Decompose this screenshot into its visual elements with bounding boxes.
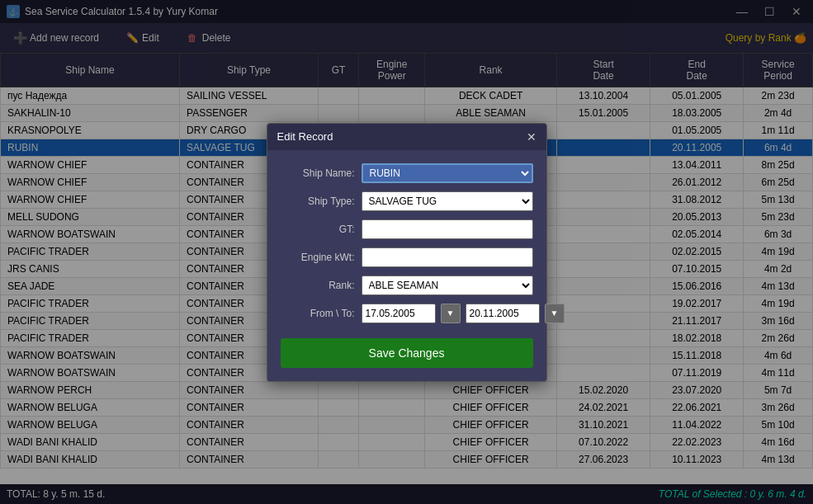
rank-row: Rank: ABLE SEAMAN DECK CADET CHIEF OFFIC… xyxy=(281,276,533,295)
ship-name-row: Ship Name: RUBIN xyxy=(281,163,533,183)
modal-overlay[interactable]: Edit Record ✕ Ship Name: RUBIN Ship Type… xyxy=(0,0,813,504)
rank-select[interactable]: ABLE SEAMAN DECK CADET CHIEF OFFICER CAP… xyxy=(362,276,533,295)
ship-type-label: Ship Type: xyxy=(281,195,355,207)
gt-input[interactable] xyxy=(362,219,533,239)
date-inputs: ▼ ▼ xyxy=(362,304,565,323)
modal-body: Ship Name: RUBIN Ship Type: SALVAGE TUG … xyxy=(267,150,546,381)
ship-name-input[interactable]: RUBIN xyxy=(362,163,533,183)
from-to-label: From \ To: xyxy=(281,308,355,319)
edit-record-modal: Edit Record ✕ Ship Name: RUBIN Ship Type… xyxy=(267,123,547,382)
engine-kwt-input[interactable] xyxy=(362,247,533,267)
to-date-picker-button[interactable]: ▼ xyxy=(545,304,565,323)
to-date-input[interactable] xyxy=(466,304,540,323)
gt-row: GT: xyxy=(281,219,533,239)
engine-kwt-row: Engine kWt: xyxy=(281,247,533,267)
from-date-picker-button[interactable]: ▼ xyxy=(441,304,461,323)
ship-name-label: Ship Name: xyxy=(281,167,355,179)
modal-title: Edit Record xyxy=(277,130,333,143)
rank-label: Rank: xyxy=(281,280,355,291)
from-date-input[interactable] xyxy=(362,304,436,323)
engine-kwt-label: Engine kWt: xyxy=(281,252,355,263)
gt-label: GT: xyxy=(281,224,355,235)
date-row: From \ To: ▼ ▼ xyxy=(281,304,533,323)
save-changes-button[interactable]: Save Changes xyxy=(281,338,533,368)
ship-type-row: Ship Type: SALVAGE TUG SAILING VESSEL PA… xyxy=(281,191,533,211)
modal-close-button[interactable]: ✕ xyxy=(527,130,536,144)
ship-type-select[interactable]: SALVAGE TUG SAILING VESSEL PASSENGER DRY… xyxy=(362,191,533,211)
modal-header: Edit Record ✕ xyxy=(267,124,546,150)
